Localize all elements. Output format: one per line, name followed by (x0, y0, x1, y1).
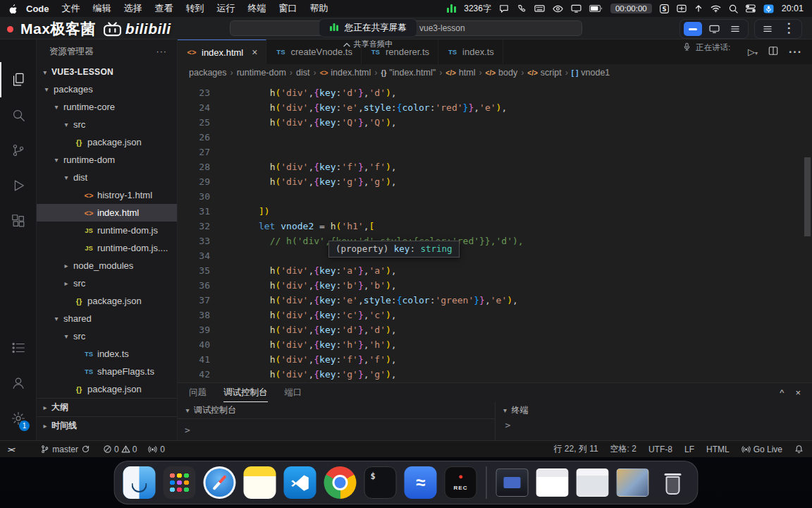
extensions-icon[interactable] (0, 203, 36, 238)
explorer-icon[interactable] (0, 62, 36, 97)
word-count-chart-icon[interactable] (447, 4, 456, 13)
tree-item-index-html[interactable]: <>index.html (37, 204, 177, 222)
tree-item-shared-package-json[interactable]: {}package.json (37, 380, 177, 398)
code-line-23[interactable]: 23 h('div',{key:'d'},'d'), (178, 85, 812, 100)
code-line-41[interactable]: 41 h('div',{key:'f'},'f'), (178, 352, 812, 367)
menu-item-terminal[interactable]: 终端 (248, 2, 266, 15)
code-line-35[interactable]: 35 h('div',{key:'a'},'a'), (178, 263, 812, 278)
tree-item-runtime-dom-package-json[interactable]: {}package.json (37, 292, 177, 310)
debug-console-header[interactable]: ▾ 调试控制台 (178, 402, 495, 418)
code-line-34[interactable]: 34 (178, 248, 812, 263)
tree-item-runtime-core-src[interactable]: ▾src (37, 116, 177, 133)
code-line-33[interactable]: 33 // h('div',{key:'d',style:{color:'red… (178, 234, 812, 248)
more-actions-icon[interactable]: ··· (156, 47, 168, 56)
tree-item-vue3-lesson[interactable]: ▾ VUE3-LESSON (37, 64, 177, 80)
wifi-icon[interactable] (710, 4, 721, 13)
dock-finder[interactable] (123, 466, 156, 499)
list-menu-icon[interactable] (758, 22, 777, 36)
tree-item-shared-src[interactable]: ▾src (37, 327, 177, 345)
breadcrumb-item[interactable]: </>script (527, 68, 561, 78)
menu-item-selection[interactable]: 选择 (124, 2, 142, 15)
breadcrumb-item[interactable]: <>index.html (320, 68, 371, 78)
dock-safari[interactable] (204, 466, 236, 499)
more-options-icon[interactable]: ··· (782, 20, 796, 38)
code-line-32[interactable]: 32 let vnode2 = h('h1',[ (178, 219, 812, 234)
account-icon[interactable] (0, 365, 36, 401)
menu-item-window[interactable]: 窗口 (279, 2, 297, 15)
dock-launchpad[interactable] (164, 466, 196, 499)
apple-menu-icon[interactable] (8, 4, 18, 14)
display-icon[interactable] (571, 4, 582, 13)
tree-item-dist[interactable]: ▾dist (37, 169, 177, 186)
branch-indicator[interactable]: master (40, 445, 90, 454)
close-panel-icon[interactable]: × (795, 387, 801, 398)
code-line-37[interactable]: 37 h('div',{key:'e',style:{color:'green'… (178, 293, 812, 308)
tree-item-histroy-1-html[interactable]: <>histroy-1.html (37, 186, 177, 204)
sidebar-section-timeline[interactable]: ▸时间线 (37, 416, 177, 435)
tree-item-shapeflags-ts[interactable]: TSshapeFlags.ts (37, 363, 177, 380)
mic-active-icon[interactable] (763, 4, 774, 13)
tree-item-runtime-dom-js-2[interactable]: JSruntime-dom.js.... (37, 239, 177, 257)
code-line-25[interactable]: 25 h('div',{key:'Q'},'Q'), (178, 115, 812, 130)
code-line-28[interactable]: 28 h('div',{key:'f'},'f'), (178, 159, 812, 174)
remote-explorer-icon[interactable] (0, 330, 36, 365)
settings-icon[interactable]: 1 (0, 401, 36, 436)
dock-window-thumbnail-4[interactable] (617, 468, 649, 497)
menu-item-edit[interactable]: 编辑 (93, 2, 111, 15)
encoding-setting[interactable]: UTF-8 (648, 445, 672, 454)
cursor-position[interactable]: 行 22, 列 11 (553, 443, 598, 455)
sidebar-section-outline[interactable]: ▸大纲 (37, 398, 177, 416)
panel-tab-ports[interactable]: 端口 (285, 383, 302, 402)
editor-scrollbar[interactable] (804, 157, 811, 236)
breadcrumb-item[interactable]: </>html (445, 68, 475, 78)
menu-item-help[interactable]: 帮助 (310, 2, 328, 15)
code-line-27[interactable]: 27 (178, 145, 812, 159)
sharing-subtitle-row[interactable]: 共享音频中 (343, 39, 393, 49)
search-icon[interactable] (0, 97, 36, 133)
input-source-icon[interactable] (677, 4, 687, 13)
port-indicator[interactable]: 0 (148, 445, 165, 454)
word-count[interactable]: 3236字 (464, 3, 491, 15)
code-line-36[interactable]: 36 h('div',{key:'b'},'b'), (178, 278, 812, 293)
language-mode[interactable]: HTML (706, 445, 730, 454)
tree-item-runtime-core[interactable]: ▾runtime-core (37, 98, 177, 116)
tree-item-shared[interactable]: ▾shared (37, 310, 177, 327)
stop-share-button[interactable] (684, 22, 702, 36)
code-line-31[interactable]: 31 ]) (178, 204, 812, 219)
terminal-content[interactable]: > (496, 418, 812, 440)
code-line-38[interactable]: 38 h('div',{key:'c'},'c'), (178, 308, 812, 322)
dock-vscode[interactable] (284, 466, 316, 499)
code-line-24[interactable]: 24 h('div',{key:'e',style:{color:'red'}}… (178, 100, 812, 115)
code-line-40[interactable]: 40 h('div',{key:'h'},'h'), (178, 337, 812, 352)
panel-tab-debug-console[interactable]: 调试控制台 (223, 383, 268, 402)
clock[interactable]: 20:01 (782, 4, 804, 13)
problems-indicator[interactable]: 0 0 (103, 445, 137, 454)
menu-item-go[interactable]: 转到 (186, 2, 204, 15)
s-app-icon[interactable]: S (660, 4, 669, 13)
tree-item-packages[interactable]: ▾packages (37, 80, 177, 98)
menu-icon[interactable] (726, 22, 744, 36)
breadcrumb-item[interactable]: dist (296, 68, 309, 78)
menu-item-run[interactable]: 运行 (217, 2, 235, 15)
breadcrumb-item[interactable]: packages (189, 68, 227, 78)
collapse-panel-icon[interactable]: ^ (780, 387, 784, 398)
run-debug-icon[interactable] (0, 168, 36, 203)
menu-item-file[interactable]: 文件 (62, 2, 80, 15)
code-line-39[interactable]: 39 h('div',{key:'d'},'d'), (178, 322, 812, 337)
breadcrumb-item[interactable]: </>body (486, 68, 518, 78)
spotlight-icon[interactable] (729, 4, 738, 13)
dock-notes[interactable] (244, 466, 276, 499)
tab-index-ts[interactable]: TSindex.ts (438, 40, 503, 64)
breadcrumb-item[interactable]: {}"index.html" (381, 68, 436, 78)
tab-index-html[interactable]: <>index.html× (178, 40, 266, 64)
dock-window-thumbnail-2[interactable] (536, 468, 569, 497)
dock-terminal[interactable] (364, 466, 397, 499)
control-center-icon[interactable] (746, 4, 756, 13)
display-icon[interactable] (705, 22, 723, 36)
battery-icon[interactable] (589, 5, 603, 12)
dock-window-thumbnail-3[interactable] (577, 468, 609, 497)
terminal-header[interactable]: ▾ 终端 (496, 402, 812, 418)
remote-indicator[interactable]: >< (0, 445, 22, 454)
debug-repl-input[interactable]: > (178, 418, 495, 440)
tree-item-index-ts[interactable]: TSindex.ts (37, 345, 177, 363)
